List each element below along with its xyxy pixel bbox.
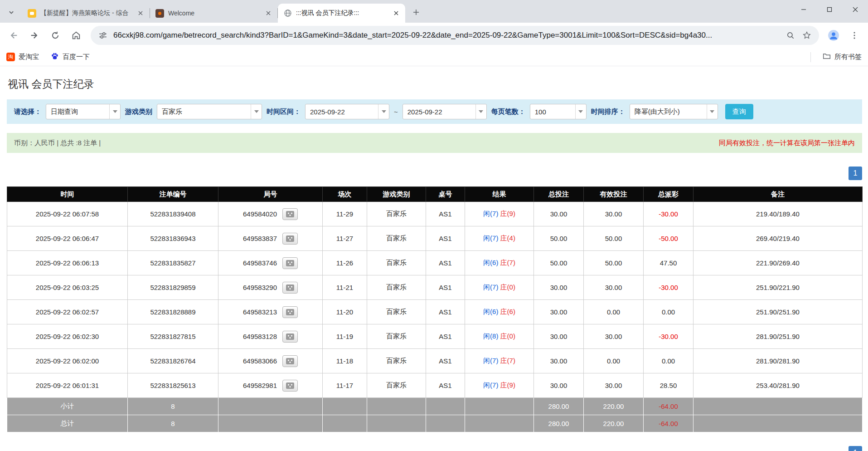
bookmark-baidu[interactable]: 百度一下 [51,52,90,62]
replay-video-button[interactable] [282,208,298,220]
cell-note: 221.90/269.40 [693,251,863,275]
cell-total-bet-link[interactable]: 30.00 [534,324,584,349]
replay-video-button[interactable] [282,257,298,269]
cell-total-bet-link[interactable]: 30.00 [534,373,584,398]
result-banker: 庄(9) [500,210,515,217]
dice-icon [286,333,294,340]
cell-time: 2025-09-22 06:02:57 [7,300,128,324]
cell-total-bet-link[interactable]: 30.00 [534,275,584,300]
bookmark-star-icon[interactable] [801,29,813,41]
date-end-select[interactable]: 2025-09-22 [402,104,487,119]
cell-valid-bet: 0.00 [584,300,644,324]
tab-title: 【新提醒】海燕策略论坛 - 综合 [40,9,132,17]
round-id-text: 649583837 [243,235,277,242]
replay-video-button[interactable] [282,380,298,392]
subtotal-total-bet: 280.00 [534,398,584,415]
cell-result: 闲(8) 庄(0) [465,324,534,349]
query-button[interactable]: 查询 [725,104,753,119]
dice-icon [286,235,294,242]
cell-valid-bet: 50.00 [584,226,644,251]
cell-payout: 0.00 [644,300,693,324]
tab-strip: 【新提醒】海燕策略论坛 - 综合 Welcome :::视讯 会员下注纪录::: [22,0,423,23]
date-query-select[interactable]: 日期查询 [46,104,121,119]
cell-note: 281.90/281.90 [693,349,863,373]
dice-icon [286,260,294,266]
all-bookmarks-button[interactable]: 所有书签 [823,52,862,62]
close-icon [853,7,858,12]
replay-video-button[interactable] [282,331,298,343]
tab-search-button[interactable] [5,6,17,18]
url-text[interactable]: 66cxkj98.com/game/betrecord_search/kind3… [113,31,780,40]
result-player: 闲(6) [483,259,498,266]
replay-video-button[interactable] [282,282,298,294]
dice-icon [286,211,294,217]
page-size-select[interactable]: 100 [530,104,587,119]
cell-time: 2025-09-22 06:02:30 [7,324,128,349]
cell-valid-bet: 50.00 [584,251,644,275]
page-1-button-bottom[interactable]: 1 [849,446,862,451]
bookmark-taobao[interactable]: 淘 爱淘宝 [6,53,39,61]
cell-round-id: 649583837 [218,226,323,251]
tab-close-icon[interactable] [392,9,401,18]
currency-summary-text: 币别：人民币 | 总共 :8 注单 | [14,139,101,147]
cell-table-no: AS1 [426,251,465,275]
date-start-select[interactable]: 2025-09-22 [305,104,389,119]
profile-avatar[interactable] [824,26,843,44]
new-tab-button[interactable] [409,5,423,20]
zoom-icon[interactable] [785,29,796,41]
cell-total-bet-link[interactable]: 30.00 [534,349,584,373]
bookmarks-bar: 淘 爱淘宝 百度一下 所有书签 [0,48,868,66]
sort-order-select[interactable]: 降幂(由大到小) [630,104,718,119]
date-range-label: 时间区间： [267,108,301,116]
close-window-button[interactable] [842,0,868,19]
page-1-button[interactable]: 1 [849,167,862,180]
dropdown-arrow-icon [251,104,262,119]
tab-close-icon[interactable] [136,9,145,18]
col-game-type: 游戏类别 [367,187,426,202]
home-button[interactable] [67,26,85,44]
total-valid-bet: 220.00 [584,415,644,432]
cell-bet-id: 522831829859 [128,275,218,300]
cell-bet-id: 522831835827 [128,251,218,275]
col-bet-id: 注单编号 [128,187,218,202]
cell-valid-bet: 30.00 [584,275,644,300]
maximize-button[interactable] [816,0,842,19]
minimize-button[interactable] [790,0,816,19]
table-footer: 小计 8 280.00 220.00 -64.00 总计 8 280.00 22… [7,398,863,432]
forward-button[interactable] [25,26,44,44]
reload-button[interactable] [46,26,64,44]
result-player: 闲(7) [483,283,498,291]
col-valid-bet: 有效投注 [584,187,644,202]
col-table-no: 桌号 [426,187,465,202]
result-player: 闲(6) [483,308,498,315]
replay-video-button[interactable] [282,355,298,367]
cell-payout: -30.00 [644,202,693,226]
browser-tab-welcome[interactable]: Welcome [150,4,277,23]
tab-close-icon[interactable] [264,9,273,18]
cell-note: 219.40/189.40 [693,202,863,226]
page-title: 视讯 会员下注纪录 [7,66,862,99]
table-row: 2025-09-22 06:06:47 522831836943 6495838… [7,226,863,251]
replay-video-button[interactable] [282,306,298,318]
dropdown-arrow-icon [378,104,389,119]
replay-video-button[interactable] [282,233,298,245]
browser-menu-button[interactable] [845,26,863,44]
cell-total-bet-link[interactable]: 50.00 [534,226,584,251]
address-bar[interactable]: 66cxkj98.com/game/betrecord_search/kind3… [91,26,819,45]
back-button[interactable] [5,26,23,44]
table-row: 2025-09-22 06:02:30 522831827815 6495831… [7,324,863,349]
browser-tab-bet-records[interactable]: :::视讯 会员下注纪录::: [278,4,405,23]
cell-total-bet-link[interactable]: 30.00 [534,300,584,324]
game-type-select[interactable]: 百家乐 [157,104,262,119]
cell-total-bet-link[interactable]: 50.00 [534,251,584,275]
welcome-favicon-icon [155,9,164,18]
result-banker: 庄(7) [500,259,515,266]
cell-total-bet-link[interactable]: 30.00 [534,202,584,226]
result-banker: 庄(4) [500,234,515,242]
cell-session: 11-19 [323,324,367,349]
cell-note: 269.40/219.40 [693,226,863,251]
browser-tab-forum[interactable]: 【新提醒】海燕策略论坛 - 综合 [22,4,150,23]
cell-session: 11-17 [323,373,367,398]
site-settings-icon[interactable] [97,29,109,41]
game-type-label: 游戏类别 [125,108,152,116]
